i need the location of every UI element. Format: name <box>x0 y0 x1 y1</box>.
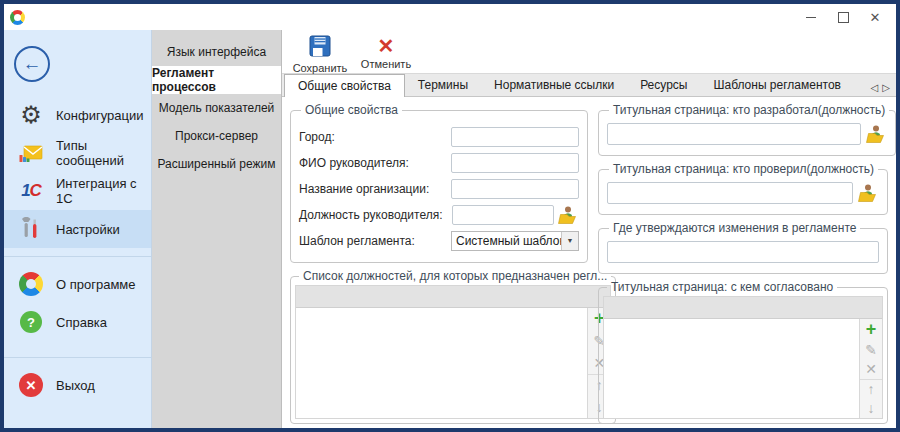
tab-content: Общие свойства Город: ФИО руководителя: … <box>282 97 896 428</box>
group-title: Список должностей, для которых предназна… <box>299 269 611 283</box>
person-folder-icon <box>558 206 578 224</box>
group-title: Где утверждаются изменения в регламенте <box>609 221 860 235</box>
select-person-button[interactable] <box>865 124 887 144</box>
sidebar-item-label: Конфигурации <box>56 108 143 123</box>
group-title: Титульная страница: кто разработал(должн… <box>609 103 889 117</box>
agreed-with-group: Титульная страница: с кем согласовано + … <box>598 280 888 424</box>
group-title: Титульная страница: кто проверил(должнос… <box>609 162 878 176</box>
sidebar-item-label: Типы сообщений <box>56 138 151 168</box>
settings-menu: Язык интерфейса Регламент процессов Моде… <box>152 30 282 428</box>
sidebar-item-label: Интеграция с 1С <box>56 176 151 206</box>
organization-name-label: Название организации: <box>299 182 429 196</box>
window-controls: ✕ <box>800 8 890 26</box>
person-folder-icon <box>858 184 878 202</box>
sidebar-item-help[interactable]: ? Справка <box>4 303 151 341</box>
tools-icon <box>18 217 44 241</box>
close-icon[interactable]: ✕ <box>864 8 886 26</box>
about-ring-icon <box>19 272 43 296</box>
minimize-icon[interactable] <box>800 8 822 26</box>
menu-item-interface-language[interactable]: Язык интерфейса <box>152 38 281 66</box>
sidebar-item-1c-integration[interactable]: 1С Интеграция с 1С <box>4 172 151 210</box>
changes-approved-input[interactable] <box>607 241 879 263</box>
back-button[interactable]: ← <box>14 46 50 82</box>
city-input[interactable] <box>451 127 579 147</box>
menu-item-process-regulation[interactable]: Регламент процессов <box>152 66 281 94</box>
maximize-icon[interactable] <box>832 8 854 26</box>
right-column: Титульная страница: кто разработал(должн… <box>598 103 888 424</box>
positions-list-body[interactable] <box>296 308 587 418</box>
tab-terms[interactable]: Термины <box>405 75 481 96</box>
tab-resources[interactable]: Ресурсы <box>627 75 700 96</box>
list-header <box>604 297 882 319</box>
manager-name-input[interactable] <box>451 153 579 173</box>
move-down-button[interactable]: ↓ <box>860 399 882 418</box>
app-window: ✕ ← ⚙ Конфигурации <box>0 0 900 432</box>
regulation-template-label: Шаблон регламента: <box>299 234 415 248</box>
title-bar: ✕ <box>4 4 896 30</box>
tab-general-properties[interactable]: Общие свойства <box>284 74 405 97</box>
organization-name-input[interactable] <box>451 179 579 199</box>
general-properties-group: Общие свойства Город: ФИО руководителя: … <box>290 103 588 263</box>
tab-normative-links[interactable]: Нормативные ссылки <box>481 75 627 96</box>
agreed-list: + ✎ ✕ ↑ ↓ <box>603 296 883 419</box>
checked-by-group: Титульная страница: кто проверил(должнос… <box>598 162 888 215</box>
manager-position-label: Должность руководителя: <box>299 208 443 222</box>
tab-scroll-right-icon[interactable]: ▷ <box>882 82 890 93</box>
menu-item-advanced-mode[interactable]: Расширенный режим <box>152 150 281 178</box>
positions-list-group: Список должностей, для которых предназна… <box>290 269 616 424</box>
tab-scroll-left-icon[interactable]: ◁ <box>871 82 879 93</box>
exit-icon: ✕ <box>19 373 43 397</box>
group-title: Общие свойства <box>301 103 402 117</box>
cancel-x-icon: ✕ <box>378 35 395 57</box>
sidebar-item-label: Настройки <box>56 222 120 237</box>
checked-by-input[interactable] <box>607 182 853 204</box>
manager-position-input[interactable] <box>452 205 554 225</box>
manager-name-label: ФИО руководителя: <box>299 156 409 170</box>
help-icon: ? <box>20 311 42 333</box>
agreed-list-body[interactable] <box>604 319 859 418</box>
city-label: Город: <box>299 130 335 144</box>
save-floppy-icon <box>309 35 331 61</box>
window-body: ← ⚙ Конфигурации Типы сообщений <box>4 30 896 428</box>
developed-by-input[interactable] <box>607 123 861 145</box>
toolbar: Сохранить ✕ Отменить <box>282 30 896 74</box>
selected-template-value: Системный шаблон <box>452 234 561 248</box>
tab-regulation-templates[interactable]: Шаблоны регламентов <box>700 75 854 96</box>
sidebar-separator <box>4 357 151 358</box>
sidebar-item-label: О программе <box>56 277 136 292</box>
edit-button[interactable]: ✎ <box>860 340 882 359</box>
tab-scroll-arrows: ◁ ▷ <box>871 82 896 96</box>
positions-list: + ✎ ✕ ↑ ↓ <box>295 285 611 419</box>
chevron-down-icon: ▼ <box>561 232 578 250</box>
delete-button[interactable]: ✕ <box>860 359 882 378</box>
save-button[interactable]: Сохранить <box>290 33 350 74</box>
app-logo-icon <box>10 10 25 25</box>
mail-icon <box>18 143 44 163</box>
sidebar-item-settings[interactable]: Настройки <box>4 210 151 248</box>
add-button[interactable]: + <box>860 319 882 340</box>
move-up-button[interactable]: ↑ <box>860 379 882 399</box>
back-arrow-icon: ← <box>23 53 42 75</box>
menu-item-proxy-server[interactable]: Прокси-сервер <box>152 122 281 150</box>
sidebar-item-label: Выход <box>56 378 95 393</box>
cancel-label: Отменить <box>361 58 411 70</box>
group-title: Титульная страница: с кем согласовано <box>607 280 837 294</box>
sidebar-item-exit[interactable]: ✕ Выход <box>4 366 151 404</box>
agreed-list-toolbar: + ✎ ✕ ↑ ↓ <box>859 319 882 418</box>
main-panel: Сохранить ✕ Отменить Общие свойства Терм… <box>282 30 896 428</box>
sidebar-item-configurations[interactable]: ⚙ Конфигурации <box>4 96 151 134</box>
sidebar-item-message-types[interactable]: Типы сообщений <box>4 134 151 172</box>
sidebar-separator <box>4 256 151 257</box>
regulation-template-select[interactable]: Системный шаблон ▼ <box>451 231 579 251</box>
select-person-button[interactable] <box>857 183 879 203</box>
save-label: Сохранить <box>293 62 348 74</box>
menu-item-indicator-model[interactable]: Модель показателей <box>152 94 281 122</box>
cancel-button[interactable]: ✕ Отменить <box>356 33 416 70</box>
sidebar-item-label: Справка <box>56 315 107 330</box>
select-person-button[interactable] <box>557 205 579 225</box>
changes-approved-group: Где утверждаются изменения в регламенте <box>598 221 888 274</box>
developed-by-group: Титульная страница: кто разработал(должн… <box>598 103 896 156</box>
left-column: Общие свойства Город: ФИО руководителя: … <box>290 103 588 424</box>
person-folder-icon <box>866 125 886 143</box>
sidebar-item-about[interactable]: О программе <box>4 265 151 303</box>
